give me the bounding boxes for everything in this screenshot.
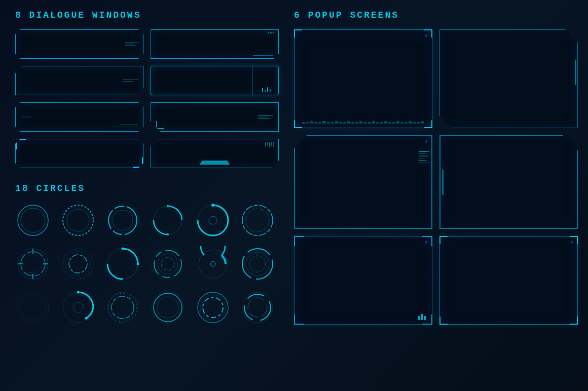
svg-point-46 [152,291,184,324]
dialogue-section: 8 DIALOGUE WINDOWS [15,10,279,168]
circle-15 [105,290,140,325]
svg-point-14 [246,209,269,232]
svg-point-34 [242,249,273,279]
dialogue-frame-3 [15,66,143,95]
right-column: 6 POPUP SCREENS × [294,10,578,325]
svg-point-17 [24,255,42,273]
dialogue-frame-5 [15,102,143,132]
svg-point-28 [152,248,184,280]
circle-9 [105,246,140,282]
left-accent-4 [442,170,444,195]
popup-close-6[interactable]: × [570,240,573,246]
popup-frame-2: × [439,29,578,128]
svg-point-52 [242,292,273,323]
svg-point-30 [158,254,178,274]
svg-point-16 [21,252,45,276]
dialogue-frame-1 [15,29,143,59]
svg-point-0 [18,205,48,236]
corner-bl-6 [439,317,448,325]
dialogue-title: 8 DIALOGUE WINDOWS [15,10,279,20]
main-container: 8 DIALOGUE WINDOWS [0,0,588,391]
corner-tl-6 [439,236,448,244]
svg-point-27 [137,263,139,265]
svg-point-33 [210,261,215,266]
circle-13 [15,290,51,325]
left-column: 8 DIALOGUE WINDOWS [15,10,279,325]
popup-frame-3: × [294,135,432,229]
corner-tl-5 [294,236,304,246]
corner-br-6 [570,317,578,325]
dialogue-frame-4 [151,66,279,95]
svg-point-43 [107,292,138,323]
circle-3 [105,203,140,238]
popup-title: 6 POPUP SCREENS [294,10,578,20]
popup-frame-1: × [294,29,432,128]
circle-2 [60,203,96,238]
side-lines-3 [419,151,429,163]
svg-point-44 [108,293,137,322]
svg-point-1 [21,208,45,232]
svg-point-13 [242,205,273,236]
circles-title: 18 CIRCLES [15,183,279,193]
svg-point-12 [209,216,217,224]
popup-close-2[interactable]: × [570,32,574,38]
svg-point-48 [157,297,178,318]
svg-point-51 [203,297,223,318]
circle-17 [195,290,231,325]
circle-4 [150,203,186,238]
svg-point-31 [161,257,174,270]
circle-6 [240,203,275,238]
circle-16 [150,290,186,325]
circle-12 [240,246,275,282]
svg-point-37 [17,292,49,323]
popup-ruler-1 [302,121,424,124]
dialogue-grid [15,29,279,168]
svg-point-42 [73,302,83,312]
dialogue-frame-8 [151,139,279,168]
svg-point-8 [167,205,169,207]
svg-point-40 [77,291,79,294]
dialogue-frame-2 [151,29,279,59]
svg-point-24 [69,255,87,273]
corner-bl-1 [294,120,302,128]
popup-close-5[interactable]: × [424,240,428,246]
circle-8 [60,246,96,282]
accent-bars-5 [418,314,426,320]
svg-point-5 [113,210,133,230]
circles-grid [15,203,279,325]
svg-point-45 [112,296,134,319]
popup-frame-5: × [294,236,432,325]
svg-point-38 [20,295,46,320]
svg-point-3 [67,209,89,231]
popup-close-3[interactable]: × [424,139,428,145]
side-accent-2 [575,60,576,85]
svg-point-6 [106,204,139,237]
svg-point-2 [63,205,93,236]
svg-point-50 [200,295,226,320]
svg-point-29 [154,250,181,278]
corner-bl-5 [294,315,304,325]
circle-18 [240,290,275,325]
dialogue-frame-6 [151,102,279,132]
svg-point-47 [154,293,182,322]
circles-section: 18 CIRCLES [15,183,279,325]
corner-tl-1 [294,29,302,37]
circle-10 [150,246,186,282]
circle-1 [15,203,51,238]
svg-point-54 [248,298,267,317]
circle-14 [60,290,96,325]
popup-grid: × × × [294,29,578,325]
svg-point-41 [85,317,87,320]
popup-frame-6: × [439,236,578,325]
circle-11 [195,246,231,282]
corner-br-1 [424,120,432,128]
svg-point-53 [244,294,271,321]
popup-close-4[interactable]: × [570,139,573,145]
svg-point-9 [167,233,169,236]
svg-point-22 [63,249,93,279]
popup-close-1[interactable]: × [424,33,428,39]
svg-point-36 [249,256,266,272]
popup-frame-4: × [439,135,578,229]
svg-point-26 [122,248,124,250]
dialogue-frame-7 [15,139,143,168]
